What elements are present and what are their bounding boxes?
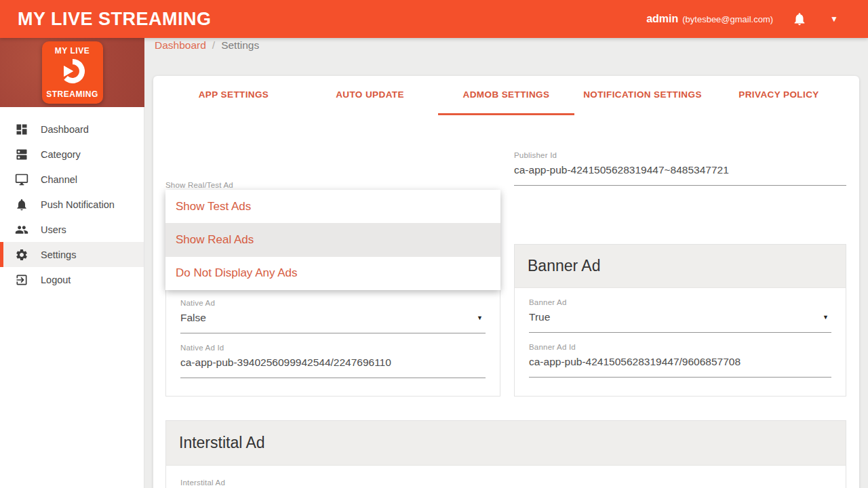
banner-ad-field: Banner Ad True ▼ xyxy=(529,288,831,333)
interstitial-ad-header: Interstital Ad xyxy=(166,421,846,466)
native-ad-id-input[interactable]: ca-app-pub-3940256099942544/2247696110 xyxy=(180,357,486,378)
sidebar-item-label: Logout xyxy=(41,274,71,285)
banner-ad-fields: Banner Ad True ▼ Banner Ad Id ca-app-pub… xyxy=(515,288,846,378)
native-ad-section: Native Ad False ▼ Native Ad Id ca-app-pu… xyxy=(165,288,500,396)
logo-text-bottom: STREAMING xyxy=(46,89,98,99)
user-email: (bytesbee@gmail.com) xyxy=(682,14,773,24)
banner-ad-id-label: Banner Ad Id xyxy=(529,342,831,352)
publisher-id-label: Publisher Id xyxy=(514,150,846,160)
tab-admob-settings[interactable]: ADMOB SETTINGS xyxy=(438,76,574,115)
sidebar-item-category[interactable]: Category xyxy=(0,142,144,167)
tab-notification-settings[interactable]: NOTIFICATION SETTINGS xyxy=(574,76,711,115)
logout-icon xyxy=(15,273,28,287)
sidebar-item-settings[interactable]: Settings xyxy=(0,242,144,267)
settings-icon xyxy=(15,248,28,262)
native-ad-field: Native Ad False ▼ xyxy=(180,289,486,333)
logo-text-top: MY LIVE xyxy=(55,46,90,56)
users-icon xyxy=(15,223,28,237)
banner-ad-label: Banner Ad xyxy=(529,298,831,307)
tab-app-settings[interactable]: APP SETTINGS xyxy=(165,76,302,115)
banner-ad-id-value: ca-app-pub-4241505628319447/9606857708 xyxy=(529,356,741,368)
settings-card: APP SETTINGS AUTO UPDATE ADMOB SETTINGS … xyxy=(153,76,859,488)
user-menu[interactable]: admin (bytesbee@gmail.com) xyxy=(646,13,773,25)
banner-ad-header: Banner Ad xyxy=(515,245,846,288)
banner-ad-title: Banner Ad xyxy=(528,257,600,275)
admob-form: Show Real/Test Ad Publisher Id ca-app-pu… xyxy=(153,115,859,488)
bell-icon[interactable] xyxy=(792,11,807,27)
settings-tabs: APP SETTINGS AUTO UPDATE ADMOB SETTINGS … xyxy=(153,76,859,115)
interstitial-ad-label: Interstital Ad xyxy=(180,478,831,487)
native-ad-id-field: Native Ad Id ca-app-pub-3940256099942544… xyxy=(180,333,486,378)
sidebar-logo-panel: MY LIVE STREAMING xyxy=(0,38,144,107)
interstitial-ad-title: Interstital Ad xyxy=(179,434,265,452)
publisher-id-input[interactable]: ca-app-pub-4241505628319447~8485347721 xyxy=(514,164,846,186)
dashboard-icon xyxy=(15,123,28,136)
app-header: MY LIVE STREAMING admin (bytesbee@gmail.… xyxy=(0,0,868,38)
publisher-id-field: Publisher Id ca-app-pub-4241505628319447… xyxy=(514,141,846,186)
interstitial-ad-field: Interstital Ad True ▼ xyxy=(180,466,831,488)
native-ad-value: False xyxy=(180,312,206,324)
sidebar-nav: Dashboard Category Channel Push Notifica… xyxy=(0,107,144,488)
push-notification-icon xyxy=(15,198,28,211)
caret-down-icon: ▼ xyxy=(823,314,831,321)
sidebar-item-label: Category xyxy=(41,149,81,160)
native-ad-id-label: Native Ad Id xyxy=(180,343,486,352)
native-ad-fields: Native Ad False ▼ Native Ad Id ca-app-pu… xyxy=(166,289,500,378)
breadcrumb-current: Settings xyxy=(221,39,259,52)
sidebar-item-label: Settings xyxy=(41,249,76,260)
sidebar-item-users[interactable]: Users xyxy=(0,217,144,242)
sidebar-item-label: Channel xyxy=(41,174,77,185)
app-title: MY LIVE STREAMING xyxy=(18,9,212,30)
dropdown-option-show-test-ads[interactable]: Show Test Ads xyxy=(165,190,500,223)
user-name: admin xyxy=(646,13,678,25)
breadcrumb-dashboard[interactable]: Dashboard xyxy=(155,39,206,52)
interstitial-ad-fields: Interstital Ad True ▼ Interstital Ad Id xyxy=(166,466,846,488)
breadcrumb-separator: / xyxy=(212,39,215,52)
header-right: admin (bytesbee@gmail.com) ▼ xyxy=(646,11,850,27)
sidebar-item-dashboard[interactable]: Dashboard xyxy=(0,117,144,142)
banner-ad-value: True xyxy=(529,311,550,323)
native-ad-id-value: ca-app-pub-3940256099942544/2247696110 xyxy=(180,357,391,369)
banner-ad-select[interactable]: True ▼ xyxy=(529,311,831,333)
tab-privacy-policy[interactable]: PRIVACY POLICY xyxy=(711,76,847,115)
sidebar-item-label: Dashboard xyxy=(41,124,89,135)
native-ad-label: Native Ad xyxy=(180,298,486,308)
caret-down-icon[interactable]: ▼ xyxy=(826,14,850,24)
dropdown-option-show-real-ads[interactable]: Show Real Ads xyxy=(165,223,500,256)
banner-ad-id-field: Banner Ad Id ca-app-pub-4241505628319447… xyxy=(529,333,831,378)
breadcrumb: Dashboard / Settings xyxy=(155,39,259,52)
app-logo: MY LIVE STREAMING xyxy=(42,41,103,104)
tab-auto-update[interactable]: AUTO UPDATE xyxy=(302,76,438,115)
channel-icon xyxy=(15,173,28,186)
sidebar-item-label: Push Notification xyxy=(41,199,115,210)
native-ad-select[interactable]: False ▼ xyxy=(180,312,486,333)
banner-ad-section: Banner Ad Banner Ad True ▼ Banner Ad Id … xyxy=(514,244,846,396)
show-ads-label: Show Real/Test Ad xyxy=(165,180,233,190)
banner-ad-id-input[interactable]: ca-app-pub-4241505628319447/9606857708 xyxy=(529,356,831,378)
sidebar-item-push-notification[interactable]: Push Notification xyxy=(0,192,144,217)
caret-down-icon: ▼ xyxy=(477,314,486,321)
dropdown-option-do-not-display[interactable]: Do Not Display Any Ads xyxy=(165,257,500,290)
sidebar-item-logout[interactable]: Logout xyxy=(0,267,144,292)
sidebar-item-channel[interactable]: Channel xyxy=(0,167,144,192)
sidebar-item-label: Users xyxy=(41,224,66,235)
publisher-id-value: ca-app-pub-4241505628319447~8485347721 xyxy=(514,164,729,176)
interstitial-ad-section: Interstital Ad Interstital Ad True ▼ Int… xyxy=(165,420,846,488)
play-swirl-icon xyxy=(58,56,87,89)
show-ads-dropdown: Show Test Ads Show Real Ads Do Not Displ… xyxy=(165,190,500,290)
category-icon xyxy=(15,148,28,161)
